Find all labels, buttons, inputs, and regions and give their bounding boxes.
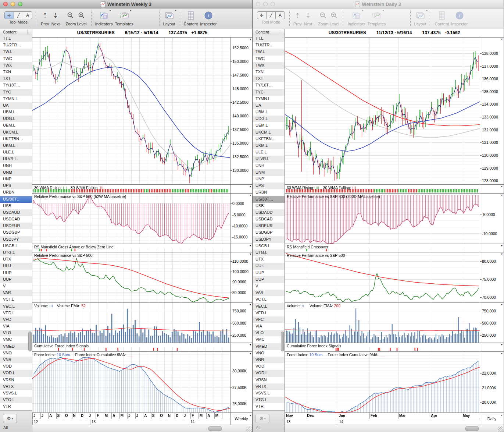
sidebar-item-v[interactable]: V [253, 283, 285, 290]
sidebar-item-ukcml[interactable]: UKCM.L [253, 129, 285, 136]
tool-mode-segmented[interactable]: ✛ ╱ A [4, 11, 32, 19]
sidebar-item-utx[interactable]: UTX [0, 256, 32, 263]
tool-text-button[interactable]: A [276, 12, 285, 19]
sidebar-item-vtgl[interactable]: VTG.L [0, 397, 32, 403]
sidebar-item-vrsn[interactable]: VRSN [0, 377, 32, 383]
sidebar-item-via[interactable]: VIA [0, 323, 32, 330]
sidebar-item-uup[interactable]: UUP [253, 276, 285, 283]
resize-grip[interactable] [246, 426, 252, 432]
rp-baseline-axis[interactable]: ▾0.0000-5.0000-10.0000-15.0000 [230, 194, 252, 244]
sidebar-item-ukml[interactable]: UKM.L [0, 142, 32, 149]
sidebar-item-unp[interactable]: UNP [0, 176, 32, 183]
gear-button[interactable]: ⚙▾ [255, 414, 269, 423]
sidebar-item-ttl[interactable]: TT.L [0, 35, 32, 42]
gear-button[interactable]: ⚙▾ [3, 414, 17, 423]
layout-button[interactable]: ▾ Layout [414, 10, 426, 26]
price-chart[interactable] [285, 38, 480, 184]
sidebar-item-usgbl[interactable]: USGB.L [253, 243, 285, 249]
sidebar-item-ukftbn[interactable]: UKFTBN… [0, 136, 32, 142]
sidebar-item-ulel[interactable]: ULE.L [253, 149, 285, 156]
horizontal-scrollbar[interactable] [285, 425, 504, 432]
sidebar-item-vsvsl[interactable]: VSVS.L [253, 390, 285, 397]
sidebar-item-uul[interactable]: UU.L [253, 263, 285, 269]
sidebar-item-vmc[interactable]: VMC [253, 336, 285, 343]
sidebar-item-txt[interactable]: TXT [253, 75, 285, 82]
sidebar-item-twc[interactable]: TWC [0, 56, 32, 62]
sidebar-item-vctl[interactable]: VCT.L [253, 296, 285, 303]
sidebar-item-ty10t[interactable]: TY/10T… [253, 82, 285, 89]
hscroll-thumb[interactable] [208, 426, 222, 431]
zoom-out-button[interactable] [319, 12, 327, 19]
sidebar-item-txt[interactable]: TXT [0, 75, 32, 82]
rp-baseline-axis[interactable]: ▾-5.0000-10.0000 [480, 194, 504, 244]
sidebar-item-usdaud[interactable]: USDAUD [253, 209, 285, 216]
mansfield-axis[interactable]: ▾ [480, 244, 504, 252]
sidebar-item-usb[interactable]: USB [0, 203, 32, 209]
zoom-in-button[interactable] [330, 12, 338, 19]
tool-crosshair-button[interactable]: ✛ [5, 12, 14, 19]
zoom-button[interactable] [18, 2, 22, 6]
rp-lines-chart[interactable] [32, 252, 230, 302]
sidebar-item-vrtx[interactable]: VRTX [0, 383, 32, 390]
periodicity-dropdown[interactable]: Daily▾ [480, 413, 504, 425]
sidebar-item-ulvrl[interactable]: ULVR.L [253, 156, 285, 162]
sidebar-item-vnr[interactable]: VNR [0, 357, 32, 363]
sidebar-item-vno[interactable]: VNO [253, 350, 285, 357]
sidebar-item-tymnl[interactable]: TYMN.L [0, 96, 32, 102]
sidebar-header[interactable]: Content [0, 29, 32, 35]
sidebar-item-twx[interactable]: TWX [253, 62, 285, 69]
sidebar-item-vtgl[interactable]: VTG.L [253, 397, 285, 403]
force-axis[interactable]: ▾22,000K21,000K20,000K [480, 352, 504, 412]
sidebar-item-usdeur[interactable]: USDEUR [0, 223, 32, 229]
sidebar-item-vlo[interactable]: VLO [0, 330, 32, 336]
sidebar-item-var[interactable]: VAR [0, 290, 32, 296]
sidebar-item-ua[interactable]: UA [0, 102, 32, 109]
sidebar-item-vlo[interactable]: VLO [253, 330, 285, 336]
sidebar-item-unm[interactable]: UNM [253, 169, 285, 176]
sidebar-item-via[interactable]: VIA [253, 323, 285, 330]
sidebar-item-uup[interactable]: UUP [253, 270, 285, 276]
sidebar-item-twl[interactable]: TW.L [253, 49, 285, 55]
sidebar-item-vno[interactable]: VNO [0, 350, 32, 357]
sidebar-item-vnr[interactable]: VNR [253, 357, 285, 363]
tool-text-button[interactable]: A [23, 12, 32, 19]
sidebar-item-vrtx[interactable]: VRTX [253, 383, 285, 390]
sidebar-scrollbar-thumb[interactable] [281, 332, 284, 351]
sidebar-item-usdjpy[interactable]: USDJPY [0, 236, 32, 243]
sidebar-item-unp[interactable]: UNP [253, 176, 285, 183]
sidebar-item-udgl[interactable]: UDG.L [253, 116, 285, 122]
rp-lines-axis[interactable]: ▾110.0000100.000090.000080.0000 [230, 252, 252, 302]
rp-baseline-chart[interactable] [285, 194, 480, 244]
sidebar-item-ukml[interactable]: UKM.L [253, 142, 285, 149]
sidebar-item-vod[interactable]: VOD [253, 363, 285, 370]
inspector-button[interactable]: i Inspector [200, 10, 217, 26]
indicators-button[interactable]: ▾ Indicators [348, 10, 365, 26]
sidebar-item-vsvsl[interactable]: VSVS.L [0, 390, 32, 397]
sidebar-item-vod[interactable]: VOD [0, 363, 32, 370]
volume-chart[interactable] [32, 303, 230, 343]
sidebar-item-uup[interactable]: UUP [0, 270, 32, 276]
sidebar-item-utx[interactable]: UTX [253, 256, 285, 263]
sidebar-item-uul[interactable]: UU.L [0, 263, 32, 269]
close-button[interactable] [3, 2, 8, 6]
close-button[interactable] [256, 2, 260, 6]
titlebar[interactable]: Weinstein Weekly 3 [0, 0, 252, 8]
sidebar-item-ukcml[interactable]: UKCM.L [0, 129, 32, 136]
tool-trendline-button[interactable]: ╱ [267, 12, 276, 19]
volume-chart[interactable] [285, 303, 480, 343]
sidebar-item-tyc[interactable]: TYC [253, 89, 285, 96]
sidebar-item-ulvrl[interactable]: ULVR.L [0, 156, 32, 162]
sidebar-item-v[interactable]: V [0, 283, 32, 290]
sidebar-item-ubml[interactable]: UBM.L [253, 109, 285, 116]
mansfield-axis[interactable]: ▾ [230, 244, 252, 252]
wma-axis[interactable]: ▾ [230, 185, 252, 194]
wma-axis[interactable]: ▾ [480, 185, 504, 194]
sidebar-item-vrsn[interactable]: VRSN [253, 377, 285, 383]
next-button[interactable]: ⇣ Next [51, 10, 60, 26]
sidebar-item-usgbl[interactable]: USGB.L [0, 243, 32, 249]
sidebar-item-usdgbp[interactable]: USDGBP [0, 229, 32, 236]
content-button[interactable]: Content [435, 10, 449, 26]
force-axis[interactable]: ▾30,000K27,500K25,000K [230, 352, 252, 412]
layout-button[interactable]: ▾ Layout [163, 10, 175, 26]
sidebar-item-unh[interactable]: UNH [0, 163, 32, 169]
